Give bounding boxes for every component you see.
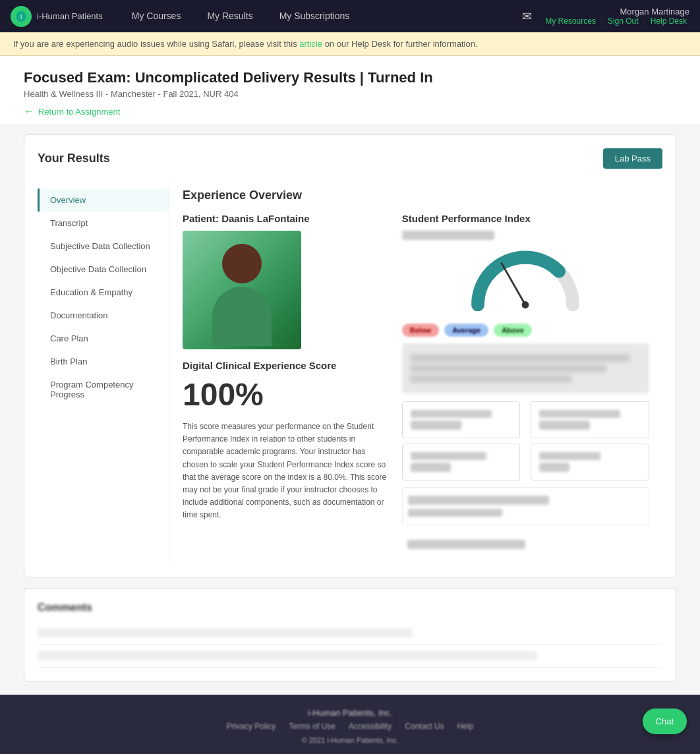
- page-title: Focused Exam: Uncomplicated Delivery Res…: [24, 69, 676, 86]
- stat-box-2: [531, 401, 649, 438]
- user-menu: Morgan Martinage My Resources / Sign Out…: [542, 7, 689, 26]
- svg-line-2: [502, 264, 525, 305]
- sidebar-item-program-competency[interactable]: Program Competency Progress: [38, 373, 169, 406]
- sidebar-item-overview[interactable]: Overview: [38, 188, 169, 212]
- extra-stat-row: [402, 487, 649, 525]
- chat-button[interactable]: Chat: [643, 709, 687, 734]
- nav-links: My Courses My Results My Subscriptions: [119, 0, 363, 32]
- gauge-svg: [466, 245, 585, 311]
- stat-label-4: [539, 452, 600, 460]
- return-label: Return to Assignment: [38, 107, 120, 117]
- performance-index-title: Student Performance Index: [402, 213, 649, 224]
- sign-out-link[interactable]: Sign Out: [608, 16, 639, 26]
- comment-text-1: [38, 628, 413, 637]
- score-tags: Below Average Above: [402, 324, 649, 337]
- comment-row-1: [38, 622, 662, 645]
- nav-logo: i i-Human Patients: [11, 6, 103, 27]
- final-stat: [402, 532, 649, 557]
- experience-title: Experience Overview: [183, 188, 649, 202]
- sidebar-item-documentation[interactable]: Documentation: [38, 304, 169, 327]
- results-section: Your Results Lab Pass Overview Transcrip…: [24, 134, 676, 577]
- gauge-container: [402, 245, 649, 313]
- dce-score-description: This score measures your performance on …: [183, 420, 389, 522]
- results-title: Your Results: [38, 152, 110, 165]
- stat-box-3: [402, 444, 521, 480]
- dce-score-value: 100%: [183, 376, 389, 413]
- stat-row-1: [402, 401, 649, 438]
- sidebar-item-birth-plan[interactable]: Birth Plan: [38, 350, 169, 373]
- score-blurred: [402, 231, 494, 240]
- score-tag-average: Average: [444, 324, 488, 337]
- logo-text: i-Human Patients: [37, 11, 103, 21]
- navigation-bar: i i-Human Patients My Courses My Results…: [0, 0, 700, 32]
- extra-stat: [408, 496, 549, 505]
- footer-terms[interactable]: Terms of Use: [289, 722, 335, 731]
- stat-label-1: [411, 410, 492, 418]
- alert-bar: If you are are experiencing audio issues…: [0, 32, 700, 56]
- sidebar-item-care-plan[interactable]: Care Plan: [38, 327, 169, 350]
- dce-score-label: Digital Clinical Experience Score: [183, 360, 389, 371]
- results-header: Your Results Lab Pass: [38, 148, 662, 169]
- alert-text-before: If you are are experiencing audio issues…: [13, 39, 297, 49]
- performance-panel: Student Performance Index: [402, 213, 649, 557]
- sidebar-item-subjective[interactable]: Subjective Data Collection: [38, 235, 169, 258]
- stat-label-2: [539, 410, 620, 418]
- footer-accessibility[interactable]: Accessibility: [349, 722, 392, 731]
- gauge-wrap: [466, 245, 585, 313]
- performance-description-block: [402, 343, 649, 393]
- mail-icon[interactable]: ✉: [522, 9, 532, 24]
- page-subtitle: Health & Wellness III - Manchester - Fal…: [24, 89, 676, 99]
- sidebar-item-education[interactable]: Education & Empathy: [38, 281, 169, 304]
- footer-privacy[interactable]: Privacy Policy: [227, 722, 276, 731]
- user-name: Morgan Martinage: [542, 7, 689, 16]
- score-tag-below: Below: [402, 324, 439, 337]
- footer-links: Privacy Policy Terms of Use Accessibilit…: [13, 722, 687, 731]
- stat-value-1: [411, 420, 461, 430]
- experience-area: Experience Overview Patient: Daanis LaFo…: [169, 182, 662, 564]
- stat-value-3: [411, 463, 451, 472]
- footer-contact[interactable]: Contact Us: [405, 722, 444, 731]
- comments-title: Comments: [38, 602, 662, 614]
- svg-text:i: i: [20, 13, 22, 20]
- comments-section: Comments: [24, 588, 676, 682]
- comment-row-2: [38, 645, 662, 668]
- main-content: Overview Transcript Subjective Data Coll…: [38, 182, 662, 564]
- footer-help[interactable]: Help: [457, 722, 474, 731]
- stat-value-4: [539, 463, 569, 472]
- sidebar: Overview Transcript Subjective Data Coll…: [38, 182, 169, 564]
- final-stat-label: [407, 540, 526, 549]
- page-header: Focused Exam: Uncomplicated Delivery Res…: [0, 56, 700, 124]
- sidebar-item-objective[interactable]: Objective Data Collection: [38, 258, 169, 281]
- stat-box-4: [531, 444, 649, 480]
- alert-text-after: on our Help Desk for further information…: [325, 39, 478, 49]
- nav-my-courses[interactable]: My Courses: [119, 0, 194, 32]
- nav-right: ✉ Morgan Martinage My Resources / Sign O…: [522, 7, 689, 26]
- logo-icon: i: [11, 6, 32, 27]
- nav-my-results[interactable]: My Results: [194, 0, 266, 32]
- stat-label-3: [411, 452, 486, 460]
- copyright-text: © 2021 i-Human Patients, Inc.: [302, 736, 399, 744]
- stat-row-2: [402, 444, 649, 480]
- stat-box-1: [402, 401, 521, 438]
- return-arrow-icon: ←: [24, 105, 34, 117]
- svg-point-3: [522, 301, 529, 308]
- extra-stat-sub: [408, 509, 502, 517]
- return-assignment-link[interactable]: ← Return to Assignment: [24, 105, 120, 117]
- footer: i-Human Patients, Inc. Privacy Policy Te…: [0, 695, 700, 754]
- help-desk-link[interactable]: Help Desk: [651, 16, 687, 26]
- patient-name: Patient: Daanis LaFontaine: [183, 213, 389, 224]
- user-links: My Resources / Sign Out / Help Desk: [542, 16, 689, 26]
- patient-panel: Patient: Daanis LaFontaine Digital Clini…: [183, 213, 389, 557]
- my-resources-link[interactable]: My Resources: [545, 16, 596, 26]
- alert-link[interactable]: article: [299, 39, 322, 49]
- patient-photo: [183, 231, 301, 349]
- nav-my-subscriptions[interactable]: My Subscriptions: [266, 0, 363, 32]
- footer-copyright: © 2021 i-Human Patients, Inc.: [13, 736, 687, 744]
- patient-photo-placeholder: [183, 231, 301, 349]
- lab-pass-button[interactable]: Lab Pass: [603, 148, 662, 169]
- sidebar-item-transcript[interactable]: Transcript: [38, 212, 169, 235]
- stat-value-2: [539, 420, 590, 430]
- score-tag-above: Above: [494, 324, 532, 337]
- experience-grid: Patient: Daanis LaFontaine Digital Clini…: [183, 213, 649, 557]
- comment-text-2: [38, 651, 537, 660]
